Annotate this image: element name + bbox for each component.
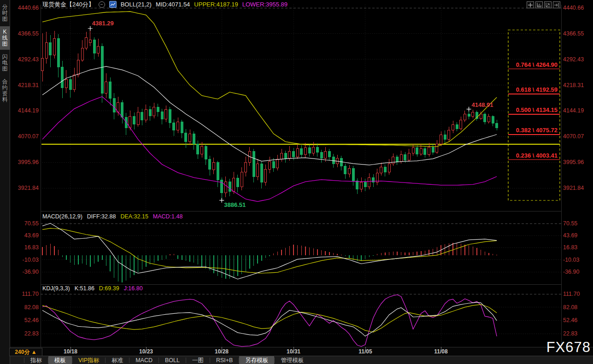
date-tick: [70, 347, 71, 349]
bottom-toolbar: 指标模板VIP指标标准MACDBOLL一图RSI+B另存模板管理模板: [10, 356, 593, 364]
kdj-axis-label: 22.83: [563, 330, 577, 337]
symbol-title: 现货黄金【240分】: [42, 0, 94, 9]
plot-right-border: [561, 5, 562, 347]
macd-diff-value: DIFF:32.88: [87, 213, 116, 220]
kdj-k-value: K:51.86: [75, 285, 94, 292]
kdj-axis-label: 52.46: [563, 317, 577, 323]
export-icon[interactable]: [553, 1, 560, 8]
toolbar-item-templates[interactable]: 模板: [48, 356, 72, 364]
toolbar-item-manage-template[interactable]: 管理模板: [275, 356, 310, 364]
svg-text:3886.51: 3886.51: [224, 201, 246, 208]
sidebar-tab-kline-chart[interactable]: K线图: [0, 26, 10, 50]
boll-upper-value: UPPER:4187.19: [194, 1, 238, 8]
boll-mid-value: MID:4071.54: [156, 1, 190, 8]
chart-application: 分时图K线图闪电图合约资料 现货黄金【240分】 − BOLL(21,2) MI…: [0, 0, 593, 364]
price-axis-label: 4144.19: [563, 107, 584, 114]
date-label: 10/31: [282, 348, 305, 355]
svg-text:0.500 \ 4134.15: 0.500 \ 4134.15: [516, 106, 558, 113]
boll-params: BOLL(21,2): [121, 1, 152, 8]
crosshair-icon[interactable]: [527, 1, 534, 8]
price-axis-label: 4440.66: [563, 5, 584, 11]
svg-text:4381.29: 4381.29: [92, 20, 114, 27]
date-tick: [294, 347, 294, 349]
price-axis-label: 4366.55: [563, 30, 584, 37]
date-tick: [441, 347, 441, 349]
macd-value: MACD:1.48: [153, 213, 183, 220]
kdj-d-value: D:69.39: [99, 285, 119, 292]
toolbar-item-save-template[interactable]: 另存模板: [239, 356, 274, 364]
kdj-chart-canvas[interactable]: [41, 291, 561, 347]
kdj-j-value: J:16.80: [124, 285, 143, 292]
kdj-params: KDJ(9,3,3): [42, 285, 70, 292]
toolbar-item-macd[interactable]: MACD: [129, 356, 159, 364]
toolbar-item-one-chart[interactable]: 一图: [186, 356, 210, 364]
chart-type-icon[interactable]: [109, 1, 117, 8]
toolbar-item-standard[interactable]: 标准: [106, 356, 129, 364]
macd-axis-label: 70.55: [563, 220, 577, 227]
sidebar-tab-contract-info[interactable]: 合约资料: [0, 76, 10, 106]
date-tick: [222, 347, 222, 349]
macd-params: MACD(26,12,9): [42, 213, 82, 220]
price-chart-canvas[interactable]: 0.764 \ 4264.900.618 \ 4192.590.500 \ 41…: [41, 5, 561, 211]
date-label: 10/18: [59, 348, 82, 355]
date-label: 11/05: [354, 348, 376, 355]
price-axis-label: 4070.07: [563, 133, 584, 140]
svg-text:4148.91: 4148.91: [472, 101, 493, 108]
date-label: 11/08: [430, 348, 452, 355]
svg-text:0.236 \ 4003.41: 0.236 \ 4003.41: [516, 152, 558, 159]
toolbar-item-vip-indicators[interactable]: VIP指标: [72, 356, 105, 364]
macd-header: MACD(26,12,9) DIFF:32.88 DEA:32.15 MACD:…: [42, 213, 182, 220]
macd-chart-canvas[interactable]: [41, 220, 561, 285]
chart-tool-icons: [527, 1, 560, 8]
price-axis-label: 3995.96: [563, 159, 584, 165]
sidebar-tab-lightning-chart[interactable]: 闪电图: [0, 51, 10, 75]
chart-header: 现货黄金【240分】 − BOLL(21,2) MID:4071.54 UPPE…: [42, 1, 288, 8]
svg-text:0.618 \ 4192.59: 0.618 \ 4192.59: [516, 86, 558, 93]
toolbar-item-boll[interactable]: BOLL: [159, 356, 186, 364]
macd-axis-label: 16.83: [563, 244, 577, 251]
boll-lower-value: LOWER:3955.89: [242, 1, 288, 8]
macd-axis-label: -36.90: [563, 269, 579, 275]
date-tick: [146, 347, 147, 349]
date-label: 10/28: [211, 348, 233, 355]
kdj-axis-label: 111.70: [563, 291, 580, 297]
period-selector[interactable]: 240分 ▲: [9, 348, 42, 356]
toolbar-item-rsi-b[interactable]: RSI+B: [210, 356, 239, 364]
up-arrow-icon: ▲: [31, 349, 37, 355]
macd-axis-label: 43.69: [563, 232, 577, 239]
macd-dea-value: DEA:32.15: [120, 213, 148, 220]
axis-scale-icon[interactable]: [535, 1, 543, 8]
panel-separator: [41, 211, 561, 211]
sidebar-tab-time-share-chart[interactable]: 分时图: [0, 1, 10, 25]
left-sidebar: 分时图K线图闪电图合约资料: [0, 0, 10, 364]
macd-axis-label: -10.03: [563, 257, 579, 263]
axis-zoom-icon[interactable]: [544, 1, 552, 8]
minus-icon[interactable]: −: [99, 1, 105, 8]
period-label: 240分: [15, 349, 29, 355]
date-tick: [365, 347, 366, 349]
svg-text:0.764 \ 4264.90: 0.764 \ 4264.90: [516, 61, 558, 68]
kdj-axis-label: 82.08: [563, 304, 577, 311]
toolbar-item-indicators[interactable]: 指标: [24, 356, 48, 364]
kdj-header: KDJ(9,3,3) K:51.86 D:69.39 J:16.80: [42, 285, 143, 292]
price-axis-label: 3921.84: [563, 185, 584, 191]
price-axis-label: 4218.31: [563, 82, 584, 88]
svg-text:0.382 \ 4075.72: 0.382 \ 4075.72: [516, 127, 558, 134]
watermark-fx678: FX678: [546, 339, 591, 356]
date-label: 10/23: [135, 348, 157, 355]
price-axis-label: 4292.43: [563, 56, 584, 63]
